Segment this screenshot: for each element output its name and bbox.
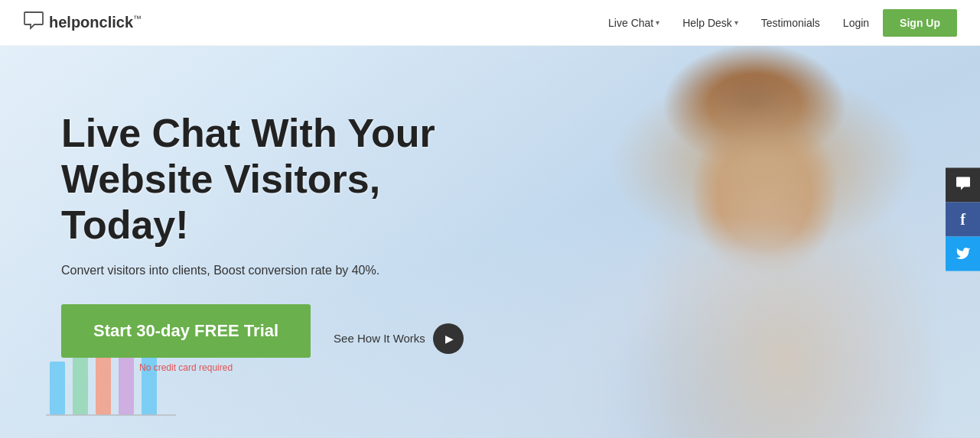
social-facebook-button[interactable]: f [946,202,980,236]
nav-links: Live Chat ▾ Help Desk ▾ Testimonials Log… [599,9,957,37]
logo[interactable]: helponclick™ [23,11,142,34]
nav-signup-button[interactable]: Sign Up [883,9,957,37]
side-social-panel: f [946,167,980,271]
hero-content: Live Chat With Your Website Visitors, To… [0,111,474,372]
hero-subtitle: Convert visitors into clients, Boost con… [61,264,474,277]
nav-help-desk[interactable]: Help Desk ▾ [673,11,747,35]
nav-login[interactable]: Login [834,11,878,35]
hero-section: Live Chat With Your Website Visitors, To… [0,46,980,438]
facebook-icon: f [960,210,965,228]
twitter-icon [956,246,971,261]
live-chat-dropdown-icon: ▾ [656,18,659,27]
help-desk-dropdown-icon: ▾ [734,18,738,27]
see-how-label: See How It Works [334,332,425,345]
play-icon: ▶ [445,333,454,345]
nav-testimonials[interactable]: Testimonials [752,11,829,35]
social-twitter-button[interactable] [946,236,980,271]
no-credit-text: No credit card required [139,362,233,373]
see-how-button[interactable]: See How It Works ▶ [334,323,464,354]
social-chat-button[interactable] [946,167,980,202]
chat-icon [955,177,972,193]
play-button[interactable]: ▶ [433,323,464,354]
hero-title: Live Chat With Your Website Visitors, To… [61,111,474,248]
cta-trial-button[interactable]: Start 30-day FREE Trial [61,304,311,358]
nav-live-chat[interactable]: Live Chat ▾ [599,11,669,35]
cta-wrapper: Start 30-day FREE Trial No credit card r… [61,304,311,373]
navbar: helponclick™ Live Chat ▾ Help Desk ▾ Tes… [0,0,980,46]
hero-actions: Start 30-day FREE Trial No credit card r… [61,304,474,373]
logo-chat-icon [23,11,44,34]
logo-text: helponclick™ [49,14,142,31]
